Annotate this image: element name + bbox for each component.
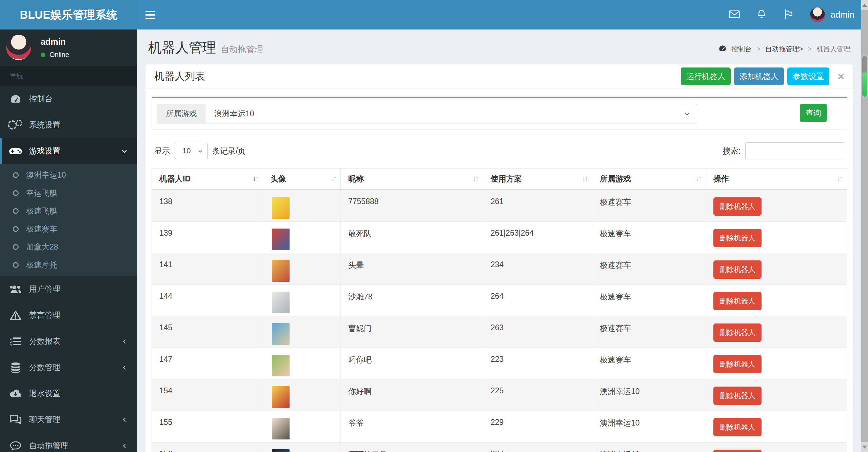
triangle-down-icon [862, 446, 867, 449]
circle-icon [13, 208, 19, 214]
scrollbar-thumb[interactable] [862, 56, 867, 97]
table-header-row: 机器人ID↓↑ 头像↓↑ 昵称↓↑ 使用方案↓↑ 所属游戏↓↑ 操作↓↑ [152, 169, 847, 190]
scrollbar-track[interactable] [861, 0, 868, 452]
delete-robot-button[interactable]: 删除机器人 [713, 229, 762, 247]
comments-icon [2, 415, 29, 425]
page-title: 机器人管理 自动拖管理 [148, 38, 263, 57]
delete-robot-button[interactable]: 删除机器人 [713, 450, 762, 452]
plan-cell: 229 [483, 411, 592, 442]
run-robot-button[interactable]: 运行机器人 [681, 67, 731, 85]
sort-icon[interactable]: ↓↑ [836, 174, 842, 183]
column-header-avatar[interactable]: 头像↓↑ [263, 169, 340, 189]
table-row: 141 头晕 234 极速赛车 删除机器人 [152, 253, 847, 284]
plan-cell: 225 [483, 379, 592, 411]
nickname-cell: 曹妮门 [340, 316, 483, 348]
envelope-icon [729, 10, 740, 20]
user-online-status[interactable]: Online [41, 51, 69, 59]
plan-cell: 234 [483, 253, 592, 284]
nickname-cell: 7755888 [340, 190, 483, 221]
sort-icon[interactable]: ↓↑ [473, 174, 478, 183]
query-button[interactable]: 查询 [800, 104, 827, 122]
chevron-left-icon [121, 416, 129, 424]
navbar-user-menu[interactable]: admin [810, 7, 854, 22]
sidebar-item-chat-management[interactable]: 聊天管理 [0, 407, 137, 433]
table-row: 156 阿萨德口号 227 澳洲幸运10 删除机器人 [152, 442, 847, 452]
sidebar-item-score-management[interactable]: 分数管理 [0, 354, 137, 380]
sidebar-item-system-settings[interactable]: 系统设置 [0, 112, 137, 138]
gamepad-icon [2, 146, 29, 156]
cloud-download-icon [2, 389, 29, 398]
sort-icon[interactable]: ↓↑ [330, 174, 336, 183]
app-logo[interactable]: BLUE娱乐管理系统 [0, 0, 137, 30]
avatar-image [272, 323, 290, 345]
sidebar-item-dashboard[interactable]: 控制台 [0, 86, 137, 112]
submenu-item-jisu-feiting[interactable]: 极速飞艇 [0, 202, 137, 220]
circle-icon [13, 226, 19, 232]
sidebar-item-user-management[interactable]: 用户管理 [0, 276, 137, 302]
submenu-item-jisu-motuo[interactable]: 极速摩托 [0, 256, 137, 274]
scrollbar-down-button[interactable] [861, 442, 868, 452]
sort-icon[interactable]: ↓↑ [695, 174, 701, 183]
column-header-robot-id[interactable]: 机器人ID↓↑ [152, 169, 263, 189]
tasks-button[interactable] [783, 9, 794, 21]
column-header-nickname[interactable]: 昵称↓↑ [340, 169, 483, 189]
sidebar-toggle-button[interactable] [137, 0, 163, 30]
close-icon: × [837, 70, 844, 83]
sort-icon[interactable]: ↓↑ [253, 174, 258, 183]
delete-robot-button[interactable]: 删除机器人 [713, 418, 762, 436]
column-header-actions[interactable]: 操作↓↑ [706, 169, 847, 189]
sidebar-section-label: 导航 [0, 66, 137, 86]
breadcrumb-separator: > [808, 45, 812, 53]
nickname-cell: 沙雕78 [340, 285, 483, 316]
game-cell: 极速赛车 [592, 222, 706, 253]
param-settings-button[interactable]: 参数设置 [787, 67, 829, 85]
submenu-item-aozhou-xingyun10[interactable]: 澳洲幸运10 [0, 166, 137, 184]
plan-cell: 264 [483, 285, 592, 316]
filter-panel: 所属游戏 澳洲幸运10 查询 [152, 97, 847, 130]
submenu-item-jianada28[interactable]: 加拿大28 [0, 238, 137, 256]
breadcrumb-item-auto-drag[interactable]: 自动拖管理> [765, 44, 803, 54]
submenu-item-jisu-saiche[interactable]: 极速赛车 [0, 220, 137, 238]
delete-robot-button[interactable]: 删除机器人 [713, 292, 762, 310]
sidebar-item-rebate-settings[interactable]: 退水设置 [0, 380, 137, 407]
game-settings-submenu: 澳洲幸运10 幸运飞艇 极速飞艇 极速赛车 加拿大28 极速摩托 [0, 164, 137, 276]
gauge-icon [2, 94, 29, 104]
column-header-game[interactable]: 所属游戏↓↑ [592, 169, 706, 189]
avatar-image [272, 292, 290, 313]
column-header-plan[interactable]: 使用方案↓↑ [483, 169, 592, 189]
sidebar-item-score-report[interactable]: 123 分数报表 [0, 328, 137, 354]
page-size-select[interactable]: 10 [175, 143, 208, 159]
sidebar-item-mute-management[interactable]: 禁言管理 [0, 302, 137, 328]
nickname-cell: 头晕 [340, 253, 483, 284]
chevron-left-icon [121, 338, 129, 345]
sidebar-item-auto-drag-management[interactable]: 自动拖管理 [0, 433, 137, 452]
breadcrumb-item-dashboard[interactable]: 控制台 [731, 44, 752, 54]
sidebar-item-game-settings[interactable]: 游戏设置 [0, 138, 137, 164]
delete-robot-button[interactable]: 删除机器人 [713, 260, 762, 279]
game-select[interactable]: 澳洲幸运10 [206, 104, 697, 123]
delete-robot-button[interactable]: 删除机器人 [713, 387, 762, 405]
delete-robot-button[interactable]: 删除机器人 [713, 323, 762, 342]
notifications-button[interactable] [756, 9, 767, 21]
messages-button[interactable] [729, 9, 740, 21]
table-row: 139 敢死队 261|263|264 极速赛车 删除机器人 [152, 221, 847, 253]
show-label: 显示 [154, 146, 170, 156]
plan-cell: 261|263|264 [483, 222, 592, 253]
search-input[interactable] [745, 142, 844, 159]
collapse-box-button[interactable]: × [837, 71, 844, 82]
sort-icon[interactable]: ↓↑ [582, 174, 587, 183]
submenu-item-xingyun-feiting[interactable]: 幸运飞艇 [0, 184, 137, 202]
robot-id-cell: 154 [152, 379, 263, 411]
gears-icon [2, 120, 29, 131]
box-toolbar: 运行机器人 添加机器人 参数设置 × [681, 67, 844, 85]
scrollbar-up-button[interactable] [861, 0, 868, 10]
robot-id-cell: 139 [152, 222, 263, 253]
robot-id-cell: 141 [152, 253, 263, 284]
delete-robot-button[interactable]: 删除机器人 [713, 197, 762, 216]
avatar-image [272, 355, 290, 376]
table-controls: 显示 10 条记录/页 搜索: [152, 142, 847, 159]
delete-robot-button[interactable]: 删除机器人 [713, 355, 762, 373]
table-row: 138 7755888 261 极速赛车 删除机器人 [152, 190, 847, 221]
avatar-image [272, 229, 290, 250]
add-robot-button[interactable]: 添加机器人 [734, 67, 784, 85]
